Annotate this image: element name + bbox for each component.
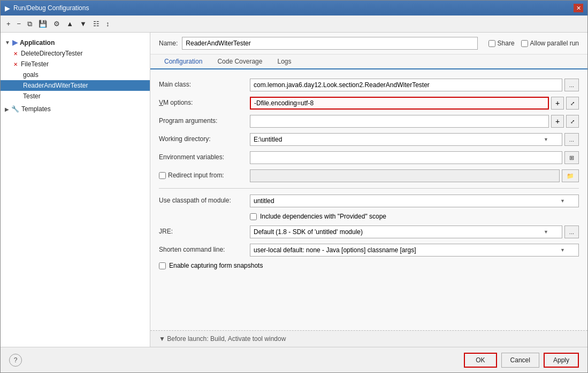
tab-code-coverage[interactable]: Code Coverage	[210, 55, 270, 69]
chevron-down-icon: ▼	[5, 40, 10, 45]
enable-capture-label: Enable capturing form snapshots	[169, 262, 263, 269]
program-args-expand-button[interactable]: +	[551, 115, 564, 128]
jre-label: JRE:	[159, 226, 250, 235]
enable-capture-checkbox[interactable]	[159, 262, 166, 269]
redirect-input-control: 📁	[250, 169, 579, 182]
shorten-cmd-row: Shorten command line: user-local default…	[159, 241, 579, 259]
add-button[interactable]: +	[4, 18, 13, 29]
error-icon: ✕	[13, 51, 18, 57]
jre-select[interactable]: Default (1.8 - SDK of 'untitled' module)	[250, 226, 562, 238]
main-content: ▼ ▶ Application ✕ DeleteDirectoryTester …	[1, 33, 587, 347]
main-class-browse-button[interactable]: ...	[564, 79, 579, 91]
item-label: DeleteDirectoryTester	[21, 50, 82, 57]
program-args-row: Program arguments: + ⤢	[159, 112, 579, 130]
program-args-fullscreen-button[interactable]: ⤢	[566, 115, 579, 128]
jre-browse-button[interactable]: ...	[564, 226, 579, 238]
vm-options-expand-button[interactable]: +	[551, 97, 564, 110]
bottom-section: ▼ Before launch: Build, Activate tool wi…	[150, 330, 587, 347]
toolbar: + − ⧉ 💾 ⚙ ▲ ▼ ☷ ↕	[1, 15, 587, 33]
tree-application-header[interactable]: ▼ ▶ Application	[1, 37, 150, 48]
application-icon: ▶	[12, 38, 18, 46]
title-bar-left: ▶ Run/Debug Configurations	[5, 4, 89, 12]
env-vars-edit-button[interactable]: ⊞	[564, 151, 579, 164]
tabs-bar: Configuration Code Coverage Logs	[150, 55, 587, 69]
shorten-cmd-select[interactable]: user-local default: none - Java [options…	[250, 244, 579, 257]
working-dir-browse-button[interactable]: ...	[564, 133, 579, 146]
env-vars-label: Environment variables:	[159, 151, 250, 161]
share-checkbox-label: Share	[488, 40, 515, 47]
title-bar-icon: ▶	[5, 4, 10, 12]
divider	[159, 188, 579, 189]
help-button[interactable]: ?	[9, 354, 22, 367]
working-dir-select[interactable]: E:\untitled	[250, 133, 562, 146]
title-bar-title: Run/Debug Configurations	[13, 4, 89, 12]
title-bar: ▶ Run/Debug Configurations ✕	[1, 1, 587, 15]
env-vars-input[interactable]	[250, 151, 562, 164]
include-deps-row: Include dependencies with "Provided" sco…	[159, 210, 579, 223]
shorten-cmd-control: user-local default: none - Java [options…	[250, 244, 579, 257]
tab-logs[interactable]: Logs	[270, 55, 299, 69]
tab-configuration[interactable]: Configuration	[157, 55, 210, 69]
main-class-input[interactable]	[250, 79, 562, 91]
classpath-module-select[interactable]: untitled	[250, 195, 579, 207]
vm-options-row: VM options: + ⤢	[159, 94, 579, 112]
vm-options-input[interactable]	[250, 97, 549, 110]
copy-button[interactable]: ⧉	[25, 18, 35, 30]
filter-button[interactable]: ☷	[90, 18, 102, 29]
application-label: Application	[20, 39, 55, 46]
include-deps-label: Include dependencies with "Provided" sco…	[260, 213, 386, 220]
left-panel: ▼ ▶ Application ✕ DeleteDirectoryTester …	[1, 33, 150, 347]
tree-item-deleteDirectoryTester[interactable]: ✕ DeleteDirectoryTester	[1, 48, 150, 59]
classpath-module-control: untitled	[250, 195, 579, 207]
tree-templates-header[interactable]: ▶ 🔧 Templates	[1, 104, 150, 114]
ok-button[interactable]: OK	[464, 353, 497, 368]
redirect-input-row: Redirect input from: 📁	[159, 167, 579, 185]
redirect-input-browse-button[interactable]: 📁	[562, 169, 579, 182]
config-content: Main class: ... VM options: + ⤢	[150, 69, 587, 330]
tree-item-fileTester[interactable]: ✕ FileTester	[1, 59, 150, 69]
item-label: FileTester	[21, 60, 49, 68]
footer-right: OK Cancel Apply	[464, 353, 579, 368]
env-vars-row: Environment variables: ⊞	[159, 149, 579, 167]
main-class-row: Main class: ...	[159, 76, 579, 94]
apply-button[interactable]: Apply	[544, 353, 579, 368]
right-panel: Name: Share Allow parallel run Configura…	[150, 33, 587, 347]
working-dir-control: E:\untitled ...	[250, 133, 579, 146]
sort-button[interactable]: ↕	[103, 18, 112, 29]
item-label: goals	[23, 71, 39, 79]
allow-parallel-checkbox[interactable]	[521, 40, 528, 47]
shorten-cmd-label: Shorten command line:	[159, 244, 250, 253]
main-class-control: ...	[250, 79, 579, 91]
name-input[interactable]	[182, 37, 477, 50]
working-dir-label: Working directory:	[159, 133, 250, 143]
vm-options-fullscreen-button[interactable]: ⤢	[566, 97, 579, 110]
save-button[interactable]: 💾	[36, 18, 50, 29]
main-class-label: Main class:	[159, 79, 250, 88]
close-button[interactable]: ✕	[574, 4, 583, 12]
move-down-button[interactable]: ▼	[77, 18, 89, 29]
move-up-button[interactable]: ▲	[64, 18, 76, 29]
redirect-input-label: Redirect input from:	[159, 169, 250, 179]
redirect-input-input[interactable]	[250, 169, 560, 182]
cancel-button[interactable]: Cancel	[501, 353, 539, 368]
share-checkbox[interactable]	[488, 40, 495, 47]
tree-item-readerAndWiterTester[interactable]: ReaderAndWiterTester	[1, 80, 150, 91]
item-label: Tester	[23, 92, 41, 100]
enable-capture-row: Enable capturing form snapshots	[159, 259, 579, 272]
jre-control: Default (1.8 - SDK of 'untitled' module)…	[250, 226, 579, 238]
tree-item-goals[interactable]: goals	[1, 69, 150, 80]
include-deps-checkbox[interactable]	[250, 213, 257, 220]
jre-row: JRE: Default (1.8 - SDK of 'untitled' mo…	[159, 223, 579, 241]
footer-left: ?	[9, 354, 22, 367]
vm-options-control: + ⤢	[250, 97, 579, 110]
program-args-control: + ⤢	[250, 115, 579, 128]
env-vars-control: ⊞	[250, 151, 579, 164]
settings-button[interactable]: ⚙	[51, 18, 63, 29]
redirect-input-checkbox[interactable]	[159, 172, 166, 179]
program-args-label: Program arguments:	[159, 115, 250, 125]
allow-parallel-checkbox-label: Allow parallel run	[521, 40, 579, 47]
program-args-input[interactable]	[250, 115, 549, 128]
remove-button[interactable]: −	[14, 18, 24, 29]
working-dir-row: Working directory: E:\untitled ...	[159, 130, 579, 149]
tree-item-tester[interactable]: Tester	[1, 91, 150, 102]
